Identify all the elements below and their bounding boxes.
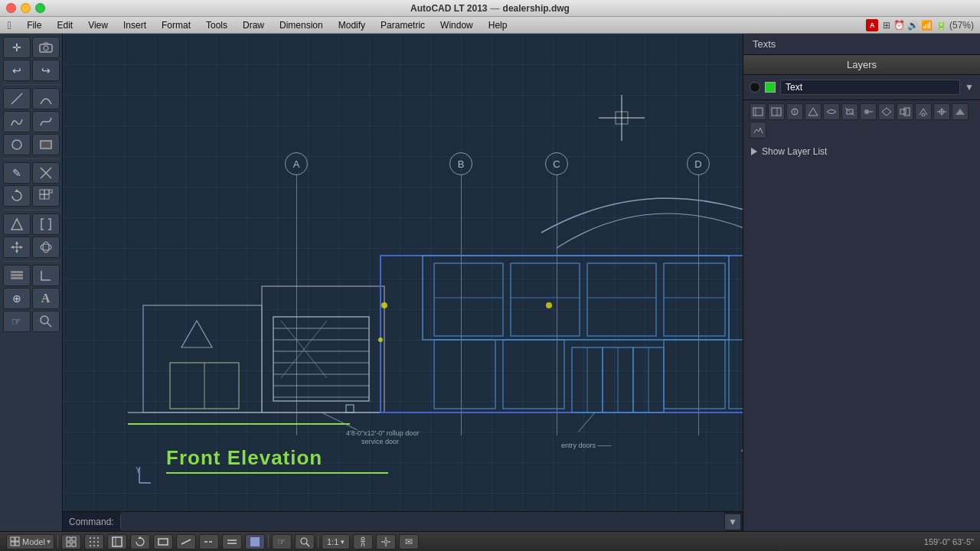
show-layer-list[interactable]: Show Layer List bbox=[743, 142, 980, 161]
layer-icon-12[interactable] bbox=[952, 103, 969, 120]
move2-tool[interactable] bbox=[3, 236, 31, 258]
rect-tool[interactable] bbox=[32, 134, 60, 155]
close-button[interactable] bbox=[6, 3, 16, 13]
menu-dimension[interactable]: Dimension bbox=[272, 17, 331, 34]
rotate-tool[interactable] bbox=[3, 185, 31, 207]
redo-button[interactable]: ↪ bbox=[32, 60, 60, 81]
layer-icon-5[interactable] bbox=[823, 103, 840, 120]
layer-icon-6[interactable] bbox=[841, 103, 858, 120]
layer-color-box[interactable] bbox=[765, 82, 776, 93]
maximize-button[interactable] bbox=[35, 3, 45, 13]
pan-tool[interactable]: ☞ bbox=[3, 311, 31, 332]
filled-square-btn[interactable] bbox=[245, 534, 265, 549]
orbit-tool[interactable] bbox=[32, 236, 60, 258]
toolbar-row-3 bbox=[3, 88, 60, 109]
command-input[interactable] bbox=[121, 512, 724, 531]
bracket-tool[interactable] bbox=[32, 214, 60, 235]
menu-window[interactable]: Window bbox=[433, 17, 481, 34]
circle-tool[interactable] bbox=[3, 134, 31, 155]
layer-dropdown-arrow[interactable]: ▼ bbox=[965, 82, 974, 93]
zoom-tool[interactable] bbox=[32, 311, 60, 332]
svg-rect-119 bbox=[67, 537, 70, 541]
equal-btn[interactable] bbox=[222, 534, 242, 549]
walk-btn[interactable] bbox=[353, 534, 373, 549]
menu-edit[interactable]: Edit bbox=[49, 17, 80, 34]
cursor-coords: 159'-0" 63'-5" bbox=[924, 537, 974, 546]
menu-insert[interactable]: Insert bbox=[116, 17, 154, 34]
app-name: AutoCAD LT 2013 — dealership.dwg bbox=[410, 3, 570, 14]
line-tool[interactable] bbox=[3, 88, 31, 109]
svg-rect-116 bbox=[15, 537, 19, 541]
svg-rect-12 bbox=[49, 190, 52, 193]
dash-mode-btn[interactable] bbox=[199, 534, 219, 549]
menu-file[interactable]: File bbox=[19, 17, 49, 34]
zoom-status-btn[interactable] bbox=[295, 534, 315, 549]
svg-point-20 bbox=[41, 244, 51, 250]
corner-tool[interactable] bbox=[32, 265, 60, 286]
layer-icon-8[interactable] bbox=[878, 103, 895, 120]
scale-btn[interactable]: 1:1 ▾ bbox=[322, 534, 350, 549]
model-tab-group[interactable]: Model ▾ bbox=[6, 534, 54, 549]
layer-icon-1[interactable] bbox=[750, 103, 766, 120]
minimize-button[interactable] bbox=[21, 3, 31, 13]
layer-icon-10[interactable] bbox=[915, 103, 932, 120]
refresh-btn[interactable] bbox=[130, 534, 150, 549]
menu-view[interactable]: View bbox=[80, 17, 116, 34]
layer-name[interactable]: Text bbox=[780, 80, 960, 95]
layer-icon-buttons bbox=[743, 100, 980, 142]
undo-button[interactable]: ↩ bbox=[3, 60, 31, 81]
canvas-area[interactable]: A B C D E F G bbox=[63, 34, 743, 531]
autocad-icon: A bbox=[866, 19, 878, 31]
apple-menu[interactable]:  bbox=[0, 19, 19, 31]
menu-modify[interactable]: Modify bbox=[331, 17, 373, 34]
line-mode-btn[interactable] bbox=[176, 534, 196, 549]
svg-point-130 bbox=[93, 545, 95, 546]
layers-tool[interactable] bbox=[3, 265, 31, 286]
front-elevation-label: Front Elevation bbox=[166, 446, 322, 470]
system-icons: ⊞ ⏰ 🔊 📶 🔋 (57%) bbox=[883, 20, 974, 31]
layer-icon-11[interactable] bbox=[933, 103, 950, 120]
model-dropdown[interactable]: ▾ bbox=[47, 537, 51, 546]
layer-icon-9[interactable] bbox=[897, 103, 913, 120]
menu-help[interactable]: Help bbox=[481, 17, 515, 34]
grid-display-btn[interactable] bbox=[61, 534, 81, 549]
svg-rect-11 bbox=[44, 194, 49, 199]
svg-marker-114 bbox=[956, 109, 965, 115]
pan-status-btn[interactable]: ☞ bbox=[272, 534, 292, 549]
array-tool[interactable] bbox=[32, 185, 60, 207]
menu-format[interactable]: Format bbox=[154, 17, 198, 34]
polyline-tool[interactable] bbox=[3, 111, 31, 132]
command-dropdown-arrow[interactable]: ▼ bbox=[724, 514, 741, 530]
layer-visibility-dot[interactable] bbox=[750, 82, 760, 93]
arc-tool[interactable] bbox=[32, 88, 60, 109]
svg-rect-132 bbox=[113, 537, 122, 546]
layer-icon-2[interactable] bbox=[768, 103, 785, 120]
svg-rect-135 bbox=[158, 539, 168, 545]
layer-icon-7[interactable] bbox=[860, 103, 877, 120]
svg-point-21 bbox=[43, 242, 49, 253]
menu-tools[interactable]: Tools bbox=[198, 17, 235, 34]
layer-icon-3[interactable] bbox=[786, 103, 803, 120]
toolbar-row-5 bbox=[3, 134, 60, 155]
snap-grid-btn[interactable] bbox=[84, 534, 104, 549]
viewport-btn[interactable] bbox=[107, 534, 127, 549]
main-container: ✛ ↩ ↪ bbox=[0, 34, 980, 531]
svg-point-3 bbox=[12, 140, 21, 149]
mail-btn[interactable]: ✉ bbox=[399, 534, 419, 549]
layer-icon-13[interactable] bbox=[750, 122, 766, 139]
menu-parametric[interactable]: Parametric bbox=[373, 17, 433, 34]
layer-icon-4[interactable] bbox=[805, 103, 822, 120]
menu-draw[interactable]: Draw bbox=[235, 17, 272, 34]
spline-tool[interactable] bbox=[32, 111, 60, 132]
pencil-tool[interactable]: ✎ bbox=[3, 162, 31, 184]
trim-tool[interactable] bbox=[32, 162, 60, 184]
camera-tool[interactable] bbox=[32, 37, 60, 58]
rectangle-mode-btn[interactable] bbox=[153, 534, 173, 549]
snap-tool[interactable]: ⊕ bbox=[3, 288, 31, 309]
settings-btn[interactable] bbox=[376, 534, 396, 549]
text-tool[interactable]: A bbox=[32, 288, 60, 309]
status-bar: Model ▾ ☞ 1:1 ▾ bbox=[0, 531, 980, 551]
svg-point-128 bbox=[97, 541, 99, 543]
move-tool[interactable]: ✛ bbox=[3, 37, 31, 58]
triangle-tool[interactable] bbox=[3, 214, 31, 235]
